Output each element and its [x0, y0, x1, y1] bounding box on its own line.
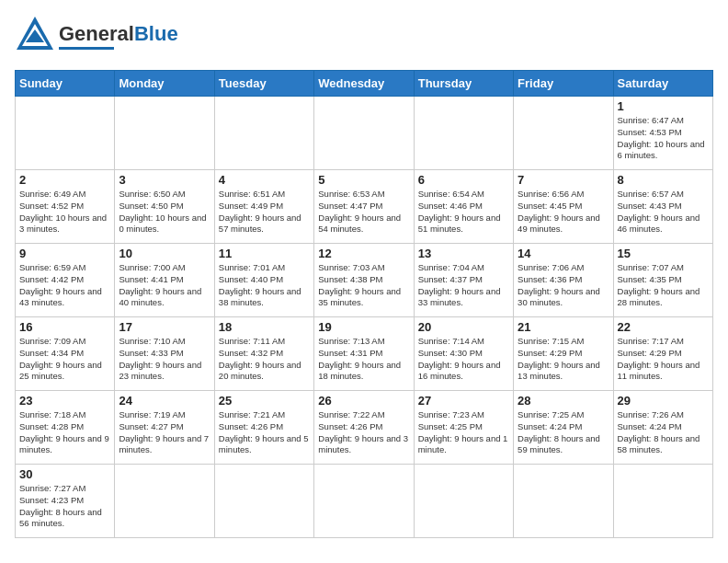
day-info: Sunrise: 7:18 AM Sunset: 4:28 PM Dayligh… [19, 409, 110, 456]
calendar-day-17: 17Sunrise: 7:10 AM Sunset: 4:33 PM Dayli… [115, 317, 214, 391]
calendar-day-5: 5Sunrise: 6:53 AM Sunset: 4:47 PM Daylig… [314, 170, 414, 244]
calendar-day-19: 19Sunrise: 7:13 AM Sunset: 4:31 PM Dayli… [314, 317, 414, 391]
day-info: Sunrise: 7:06 AM Sunset: 4:36 PM Dayligh… [518, 262, 609, 309]
weekday-header-saturday: Saturday [613, 71, 712, 97]
weekday-header-sunday: Sunday [16, 71, 115, 97]
day-info: Sunrise: 7:03 AM Sunset: 4:38 PM Dayligh… [318, 262, 409, 309]
page-header: GeneralBlue [15, 15, 713, 59]
calendar-day-3: 3Sunrise: 6:50 AM Sunset: 4:50 PM Daylig… [115, 170, 214, 244]
calendar-day-18: 18Sunrise: 7:11 AM Sunset: 4:32 PM Dayli… [214, 317, 313, 391]
calendar-day-30: 30Sunrise: 7:27 AM Sunset: 4:23 PM Dayli… [16, 465, 115, 538]
day-number: 22 [618, 320, 709, 334]
day-number: 13 [418, 247, 509, 260]
day-number: 17 [119, 320, 210, 334]
day-info: Sunrise: 7:09 AM Sunset: 4:34 PM Dayligh… [19, 336, 110, 383]
day-number: 16 [19, 320, 110, 334]
day-info: Sunrise: 6:56 AM Sunset: 4:45 PM Dayligh… [518, 189, 609, 236]
day-number: 12 [318, 247, 409, 260]
weekday-header-row: SundayMondayTuesdayWednesdayThursdayFrid… [16, 71, 713, 97]
day-number: 20 [418, 320, 509, 334]
calendar-week-row: 9Sunrise: 6:59 AM Sunset: 4:42 PM Daylig… [16, 244, 713, 317]
calendar-week-row: 1Sunrise: 6:47 AM Sunset: 4:53 PM Daylig… [16, 97, 713, 170]
day-info: Sunrise: 6:47 AM Sunset: 4:53 PM Dayligh… [618, 115, 709, 162]
day-info: Sunrise: 7:14 AM Sunset: 4:30 PM Dayligh… [418, 336, 509, 383]
weekday-header-friday: Friday [514, 71, 613, 97]
weekday-header-monday: Monday [115, 71, 214, 97]
calendar-day-26: 26Sunrise: 7:22 AM Sunset: 4:26 PM Dayli… [314, 391, 414, 465]
day-info: Sunrise: 7:10 AM Sunset: 4:33 PM Dayligh… [119, 336, 210, 383]
empty-calendar-cell [16, 97, 115, 170]
day-number: 3 [119, 173, 210, 187]
day-info: Sunrise: 6:53 AM Sunset: 4:47 PM Dayligh… [318, 189, 409, 236]
day-number: 18 [219, 320, 310, 334]
day-info: Sunrise: 7:00 AM Sunset: 4:41 PM Dayligh… [119, 262, 210, 309]
calendar-day-9: 9Sunrise: 6:59 AM Sunset: 4:42 PM Daylig… [16, 244, 115, 317]
calendar-day-10: 10Sunrise: 7:00 AM Sunset: 4:41 PM Dayli… [115, 244, 214, 317]
calendar-day-15: 15Sunrise: 7:07 AM Sunset: 4:35 PM Dayli… [613, 244, 712, 317]
calendar-day-11: 11Sunrise: 7:01 AM Sunset: 4:40 PM Dayli… [214, 244, 313, 317]
day-info: Sunrise: 7:04 AM Sunset: 4:37 PM Dayligh… [418, 262, 509, 309]
calendar-day-25: 25Sunrise: 7:21 AM Sunset: 4:26 PM Dayli… [214, 391, 313, 465]
empty-calendar-cell [314, 97, 414, 170]
calendar-week-row: 16Sunrise: 7:09 AM Sunset: 4:34 PM Dayli… [16, 317, 713, 391]
calendar-table: SundayMondayTuesdayWednesdayThursdayFrid… [15, 70, 713, 538]
day-info: Sunrise: 7:27 AM Sunset: 4:23 PM Dayligh… [19, 483, 110, 530]
day-number: 7 [518, 173, 609, 187]
empty-calendar-cell [414, 465, 513, 538]
calendar-day-1: 1Sunrise: 6:47 AM Sunset: 4:53 PM Daylig… [613, 97, 712, 170]
calendar-day-24: 24Sunrise: 7:19 AM Sunset: 4:27 PM Dayli… [115, 391, 214, 465]
weekday-header-wednesday: Wednesday [314, 71, 414, 97]
calendar-day-29: 29Sunrise: 7:26 AM Sunset: 4:24 PM Dayli… [613, 391, 712, 465]
calendar-day-14: 14Sunrise: 7:06 AM Sunset: 4:36 PM Dayli… [514, 244, 613, 317]
empty-calendar-cell [414, 97, 513, 170]
day-number: 6 [418, 173, 509, 187]
empty-calendar-cell [115, 97, 214, 170]
day-number: 14 [518, 247, 609, 260]
day-info: Sunrise: 7:22 AM Sunset: 4:26 PM Dayligh… [318, 409, 409, 456]
day-number: 4 [219, 173, 310, 187]
day-number: 29 [618, 394, 709, 408]
day-info: Sunrise: 6:57 AM Sunset: 4:43 PM Dayligh… [618, 189, 709, 236]
day-info: Sunrise: 7:17 AM Sunset: 4:29 PM Dayligh… [618, 336, 709, 383]
day-info: Sunrise: 6:59 AM Sunset: 4:42 PM Dayligh… [19, 262, 110, 309]
empty-calendar-cell [613, 465, 712, 538]
day-number: 5 [318, 173, 409, 187]
general-blue-logo-icon [15, 15, 55, 59]
empty-calendar-cell [514, 465, 613, 538]
logo-underline [59, 47, 114, 50]
day-info: Sunrise: 7:21 AM Sunset: 4:26 PM Dayligh… [219, 409, 310, 456]
day-number: 24 [119, 394, 210, 408]
logo-area: GeneralBlue [15, 15, 178, 59]
day-info: Sunrise: 7:01 AM Sunset: 4:40 PM Dayligh… [219, 262, 310, 309]
logo-text: GeneralBlue [59, 24, 178, 44]
calendar-day-21: 21Sunrise: 7:15 AM Sunset: 4:29 PM Dayli… [514, 317, 613, 391]
day-info: Sunrise: 7:25 AM Sunset: 4:24 PM Dayligh… [518, 409, 609, 456]
calendar-day-13: 13Sunrise: 7:04 AM Sunset: 4:37 PM Dayli… [414, 244, 513, 317]
day-number: 2 [19, 173, 110, 187]
calendar-day-28: 28Sunrise: 7:25 AM Sunset: 4:24 PM Dayli… [514, 391, 613, 465]
day-number: 8 [618, 173, 709, 187]
calendar-day-2: 2Sunrise: 6:49 AM Sunset: 4:52 PM Daylig… [16, 170, 115, 244]
day-number: 11 [219, 247, 310, 260]
day-number: 23 [19, 394, 110, 408]
day-number: 19 [318, 320, 409, 334]
calendar-week-row: 2Sunrise: 6:49 AM Sunset: 4:52 PM Daylig… [16, 170, 713, 244]
day-number: 15 [618, 247, 709, 260]
calendar-week-row: 23Sunrise: 7:18 AM Sunset: 4:28 PM Dayli… [16, 391, 713, 465]
day-number: 27 [418, 394, 509, 408]
day-info: Sunrise: 7:15 AM Sunset: 4:29 PM Dayligh… [518, 336, 609, 383]
empty-calendar-cell [214, 97, 313, 170]
calendar-week-row: 30Sunrise: 7:27 AM Sunset: 4:23 PM Dayli… [16, 465, 713, 538]
calendar-day-20: 20Sunrise: 7:14 AM Sunset: 4:30 PM Dayli… [414, 317, 513, 391]
day-info: Sunrise: 6:54 AM Sunset: 4:46 PM Dayligh… [418, 189, 509, 236]
calendar-day-16: 16Sunrise: 7:09 AM Sunset: 4:34 PM Dayli… [16, 317, 115, 391]
day-number: 28 [518, 394, 609, 408]
day-info: Sunrise: 6:50 AM Sunset: 4:50 PM Dayligh… [119, 189, 210, 236]
day-number: 26 [318, 394, 409, 408]
calendar-day-8: 8Sunrise: 6:57 AM Sunset: 4:43 PM Daylig… [613, 170, 712, 244]
weekday-header-thursday: Thursday [414, 71, 513, 97]
empty-calendar-cell [314, 465, 414, 538]
day-info: Sunrise: 7:11 AM Sunset: 4:32 PM Dayligh… [219, 336, 310, 383]
day-info: Sunrise: 7:19 AM Sunset: 4:27 PM Dayligh… [119, 409, 210, 456]
calendar-day-4: 4Sunrise: 6:51 AM Sunset: 4:49 PM Daylig… [214, 170, 313, 244]
